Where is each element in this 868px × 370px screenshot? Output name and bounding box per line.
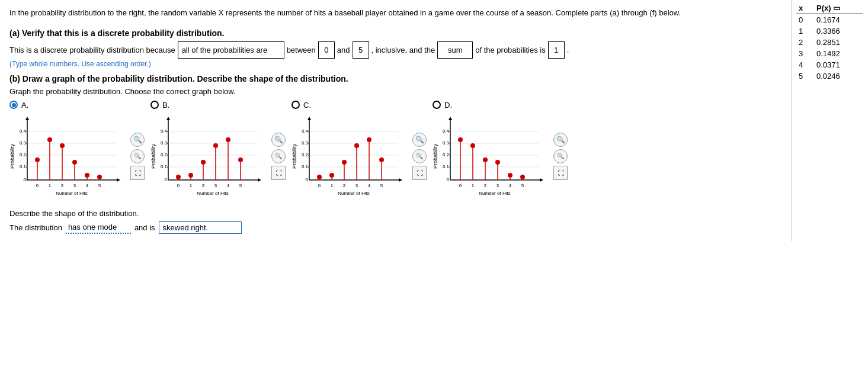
- val1-input[interactable]: 0: [318, 41, 335, 59]
- shape-input[interactable]: [159, 221, 242, 234]
- bar-c-1: 1: [329, 173, 334, 188]
- radio-c[interactable]: [292, 101, 300, 109]
- graph-option-b: B. Probability 0 0.1 0.2: [150, 101, 286, 201]
- svg-text:Number of Hits: Number of Hits: [338, 191, 369, 196]
- svg-point-134: [470, 143, 475, 148]
- bar-c-5: 5: [379, 157, 384, 188]
- svg-text:5: 5: [239, 183, 242, 188]
- table-cell-px: 0.1674: [814, 14, 863, 26]
- val2-input[interactable]: 5: [353, 41, 369, 59]
- svg-text:2: 2: [61, 183, 64, 188]
- svg-text:2: 2: [484, 183, 487, 188]
- svg-point-32: [85, 173, 89, 178]
- table-row: 40.0371: [796, 59, 863, 70]
- table-row: 30.1492: [796, 48, 863, 59]
- svg-marker-3: [25, 117, 29, 120]
- zoom-in-b[interactable]: 🔍: [271, 133, 286, 147]
- and-text: and: [337, 43, 350, 57]
- svg-text:2: 2: [202, 183, 205, 188]
- svg-point-103: [354, 143, 359, 148]
- graph-option-c: C. Probability 0 0.1 0.2: [292, 101, 427, 201]
- svg-text:0.1: 0.1: [443, 164, 450, 169]
- svg-point-137: [483, 157, 488, 162]
- table-row: 00.1674: [796, 14, 863, 26]
- bar-a-2: 2: [60, 143, 65, 188]
- part-a-sentence: This is a discrete probability distribut…: [9, 41, 781, 59]
- bar-c-3: 3: [354, 143, 359, 188]
- svg-text:5: 5: [98, 183, 101, 188]
- zoom-in-d[interactable]: 🔍: [553, 133, 568, 147]
- and-is-text: and is: [134, 223, 155, 232]
- label-b: B.: [162, 101, 169, 110]
- bar-b-4: 4: [226, 137, 230, 188]
- table-cell-x: 2: [796, 37, 814, 48]
- svg-text:0: 0: [24, 177, 27, 182]
- table-row: 10.3366: [796, 25, 863, 37]
- inclusive-text: , inclusive, and the: [371, 43, 435, 57]
- fullscreen-d[interactable]: ⛶: [553, 166, 568, 180]
- svg-point-26: [60, 143, 65, 148]
- bar-d-5: 5: [520, 175, 525, 188]
- chart-c: Probability 0 0.1 0.2 0.3: [292, 112, 410, 201]
- svg-text:0.4: 0.4: [443, 128, 450, 134]
- table-row: 50.0246: [796, 70, 863, 82]
- fullscreen-a[interactable]: ⛶: [130, 166, 145, 180]
- svg-text:0.4: 0.4: [20, 128, 27, 134]
- bar-b-2: 2: [201, 160, 206, 188]
- graph-b-controls: 🔍 🔍 ⛶: [271, 112, 286, 201]
- val3-input[interactable]: 1: [548, 41, 565, 59]
- bar-a-1: 1: [47, 137, 52, 188]
- svg-marker-41: [166, 117, 170, 120]
- svg-text:Number of Hits: Number of Hits: [197, 191, 228, 196]
- table-cell-x: 4: [796, 59, 814, 70]
- radio-d[interactable]: [433, 101, 441, 109]
- bar-b-3: 3: [213, 143, 218, 188]
- svg-point-29: [72, 160, 77, 165]
- svg-text:2: 2: [343, 183, 346, 188]
- fullscreen-c[interactable]: ⛶: [412, 166, 427, 180]
- zoom-out-a[interactable]: 🔍: [130, 149, 145, 163]
- probabilities-dropdown[interactable]: all of the probabilities are: [178, 41, 284, 59]
- zoom-in-a[interactable]: 🔍: [130, 133, 145, 147]
- part-b-title: (b) Draw a graph of the probability dist…: [9, 74, 781, 83]
- svg-text:0.2: 0.2: [302, 152, 309, 157]
- fullscreen-b[interactable]: ⛶: [271, 166, 286, 180]
- svg-text:0.2: 0.2: [443, 152, 450, 157]
- svg-text:0.3: 0.3: [302, 140, 309, 146]
- bar-c-4: 4: [367, 137, 371, 188]
- svg-point-60: [188, 173, 193, 178]
- svg-marker-116: [540, 178, 543, 182]
- svg-text:0.1: 0.1: [20, 164, 27, 169]
- bar-a-0: 0: [35, 157, 40, 188]
- svg-text:0: 0: [447, 177, 450, 182]
- sum-dropdown[interactable]: sum: [437, 41, 473, 59]
- svg-text:0: 0: [459, 183, 462, 188]
- bar-d-1: 1: [470, 143, 475, 188]
- radio-a[interactable]: [9, 101, 18, 109]
- svg-marker-42: [258, 178, 261, 182]
- svg-text:4: 4: [368, 183, 371, 188]
- svg-text:Probability: Probability: [433, 143, 438, 169]
- table-cell-px: 0.2851: [814, 37, 863, 48]
- graphs-container: A. Probability 0: [9, 101, 781, 201]
- svg-text:0.3: 0.3: [161, 140, 168, 146]
- zoom-out-b[interactable]: 🔍: [271, 149, 286, 163]
- svg-point-97: [329, 173, 334, 178]
- radio-b[interactable]: [150, 101, 159, 109]
- svg-text:3: 3: [355, 183, 358, 188]
- table-row: 20.2851: [796, 37, 863, 48]
- svg-point-69: [226, 137, 230, 142]
- graph-choose-text: Graph the probability distribution. Choo…: [9, 87, 781, 96]
- svg-point-66: [213, 143, 218, 148]
- zoom-out-c[interactable]: 🔍: [412, 149, 427, 163]
- svg-text:Probability: Probability: [9, 143, 15, 169]
- mode-input[interactable]: [66, 221, 131, 234]
- zoom-in-c[interactable]: 🔍: [412, 133, 427, 147]
- ascending-note: (Type whole numbers. Use ascending order…: [9, 60, 781, 68]
- table-cell-px: 0.0246: [814, 70, 863, 82]
- distribution-shape: Describe the shape of the distribution. …: [9, 209, 781, 234]
- between-text: between: [287, 43, 316, 57]
- period: .: [567, 43, 569, 57]
- zoom-out-d[interactable]: 🔍: [553, 149, 568, 163]
- svg-marker-79: [399, 178, 402, 182]
